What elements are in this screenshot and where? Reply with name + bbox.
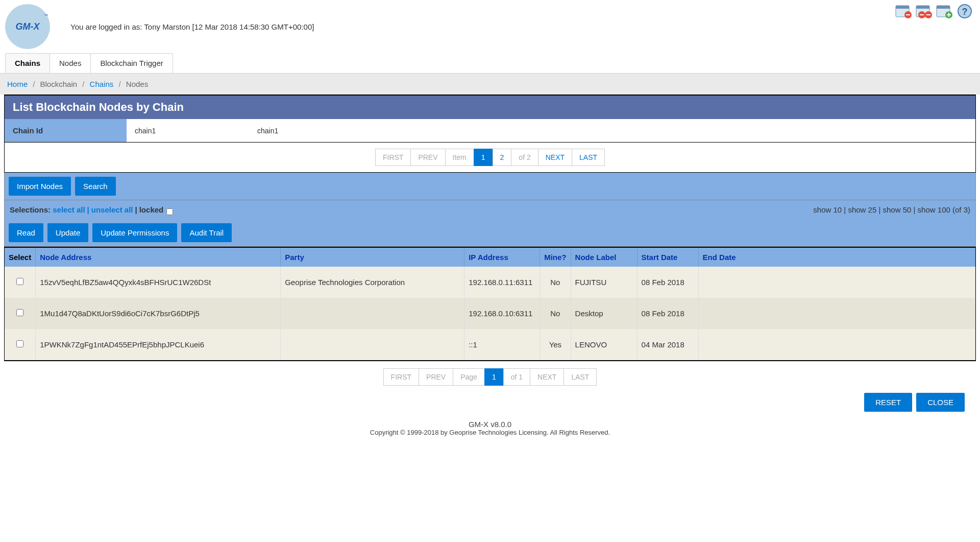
svg-rect-7 <box>920 14 924 15</box>
search-button[interactable]: Search <box>75 177 116 196</box>
svg-rect-1 <box>896 6 909 9</box>
page-title: List Blockchain Nodes by Chain <box>4 95 976 119</box>
breadcrumb-blockchain: Blockchain <box>40 80 78 88</box>
selection-bar: Selections: select all | unselect all | … <box>4 200 976 219</box>
th-mine[interactable]: Mine? <box>544 253 566 262</box>
page-next-button[interactable]: NEXT <box>530 368 564 386</box>
page-number-1[interactable]: 1 <box>484 368 504 386</box>
audit-trail-button[interactable]: Audit Trail <box>181 223 232 242</box>
logo-tm: ™ <box>44 13 48 18</box>
breadcrumb-chains[interactable]: Chains <box>90 80 114 88</box>
close-session-icon[interactable] <box>894 3 913 19</box>
table-row: 15zvV5eqhLfBZ5aw4QQyxk4sBFHSrUC1W26DSt G… <box>5 267 975 298</box>
chain-id-value-1: chain1 <box>127 120 249 142</box>
cell-label: LENOVO <box>571 329 637 360</box>
close-button[interactable]: CLOSE <box>916 393 965 412</box>
chain-id-value-2: chain1 <box>249 120 372 142</box>
update-permissions-button[interactable]: Update Permissions <box>92 223 177 242</box>
action-bar-crud: Read Update Update Permissions Audit Tra… <box>4 219 976 247</box>
read-button[interactable]: Read <box>9 223 43 242</box>
locked-checkbox[interactable] <box>166 208 173 215</box>
cell-party: Geoprise Technologies Corporation <box>281 267 464 298</box>
th-start[interactable]: Start Date <box>642 253 678 262</box>
breadcrumb: Home / Blockchain / Chains / Nodes <box>0 74 980 95</box>
cell-party <box>281 329 464 360</box>
tab-blockchain-trigger[interactable]: Blockchain Trigger <box>90 53 173 73</box>
cell-mine: Yes <box>540 329 571 360</box>
tab-nodes[interactable]: Nodes <box>50 53 91 73</box>
cell-label: FUJITSU <box>571 267 637 298</box>
item-label: Item <box>445 149 474 166</box>
breadcrumb-home[interactable]: Home <box>7 80 28 88</box>
th-label[interactable]: Node Label <box>575 253 617 262</box>
new-session-icon[interactable] <box>935 3 953 19</box>
bottom-buttons: RESET CLOSE <box>4 393 976 418</box>
cell-start: 08 Feb 2018 <box>637 298 698 329</box>
svg-rect-14 <box>948 13 949 17</box>
svg-rect-9 <box>926 14 930 15</box>
tabs: Chains Nodes Blockchain Trigger <box>0 53 980 74</box>
update-button[interactable]: Update <box>47 223 88 242</box>
th-end[interactable]: End Date <box>703 253 736 262</box>
th-select: Select <box>5 248 36 267</box>
row-select-checkbox[interactable] <box>16 340 23 347</box>
th-party[interactable]: Party <box>285 253 304 262</box>
nodes-table: Select Node Address Party IP Address Min… <box>5 248 975 360</box>
item-first-button[interactable]: FIRST <box>375 149 411 166</box>
item-prev-button[interactable]: PREV <box>410 149 445 166</box>
page-first-button[interactable]: FIRST <box>383 368 419 386</box>
unselect-all-link[interactable]: unselect all <box>91 205 133 214</box>
logo[interactable]: GM-X ™ <box>5 4 50 49</box>
th-node-address[interactable]: Node Address <box>40 253 91 262</box>
item-next-button[interactable]: NEXT <box>538 149 572 166</box>
page-of: of 1 <box>503 368 530 386</box>
table-row: 1PWKNk7ZgFg1ntAD455EPrfEj5bhpJPCLKuei6 :… <box>5 329 975 360</box>
header: GM-X ™ You are logged in as: Tony Marsto… <box>0 0 980 53</box>
footer: GM-X v8.0.0 Copyright © 1999-2018 by Geo… <box>4 418 976 446</box>
cell-ip: ::1 <box>464 329 540 360</box>
page-prev-button[interactable]: PREV <box>419 368 453 386</box>
cell-node: 1PWKNk7ZgFg1ntAD455EPrfEj5bhpJPCLKuei6 <box>36 329 281 360</box>
cell-mine: No <box>540 298 571 329</box>
svg-rect-5 <box>916 6 929 9</box>
help-icon[interactable]: ? <box>955 3 974 19</box>
item-page-2[interactable]: 2 <box>493 149 512 166</box>
selections-label: Selections: <box>10 205 51 214</box>
tab-chains[interactable]: Chains <box>5 53 50 73</box>
item-page-1[interactable]: 1 <box>474 149 493 166</box>
row-select-checkbox[interactable] <box>16 309 23 316</box>
cell-node: 1Mu1d47Q8aDKtUorS9di6oCi7cK7bsrG6DtPj5 <box>36 298 281 329</box>
cell-start: 04 Mar 2018 <box>637 329 698 360</box>
cell-end <box>698 298 975 329</box>
cell-start: 08 Feb 2018 <box>637 267 698 298</box>
select-all-link[interactable]: select all <box>53 205 85 214</box>
table-row: 1Mu1d47Q8aDKtUorS9di6oCi7cK7bsrG6DtPj5 1… <box>5 298 975 329</box>
reset-button[interactable]: RESET <box>864 393 912 412</box>
cell-label: Desktop <box>571 298 637 329</box>
cell-party <box>281 298 464 329</box>
action-bar-top: Import Nodes Search <box>4 173 976 200</box>
chain-id-label: Chain Id <box>5 119 127 142</box>
item-pager: FIRST PREV Item 1 2 of 2 NEXT LAST <box>4 143 976 173</box>
footer-version: GM-X v8.0.0 <box>4 420 976 429</box>
svg-rect-11 <box>937 6 950 9</box>
breadcrumb-nodes: Nodes <box>126 80 148 88</box>
page-size[interactable]: show 10 | show 25 | show 50 | show 100 (… <box>813 205 970 214</box>
th-ip[interactable]: IP Address <box>469 253 508 262</box>
item-last-button[interactable]: LAST <box>572 149 605 166</box>
import-nodes-button[interactable]: Import Nodes <box>9 177 71 196</box>
chain-bar: Chain Id chain1 chain1 <box>4 119 976 143</box>
page-last-button[interactable]: LAST <box>564 368 597 386</box>
top-icons: ? <box>894 3 974 19</box>
cell-ip: 192.168.0.11:6311 <box>464 267 540 298</box>
login-info: You are logged in as: Tony Marston [12 M… <box>70 22 314 31</box>
page-pager: FIRST PREV Page 1 of 1 NEXT LAST <box>4 361 976 393</box>
cell-end <box>698 267 975 298</box>
cell-mine: No <box>540 267 571 298</box>
svg-text:?: ? <box>962 7 968 17</box>
row-select-checkbox[interactable] <box>16 278 23 285</box>
cell-node: 15zvV5eqhLfBZ5aw4QQyxk4sBFHSrUC1W26DSt <box>36 267 281 298</box>
item-of: of 2 <box>511 149 538 166</box>
locked-label: locked <box>139 205 164 214</box>
logout-icon[interactable] <box>915 3 933 19</box>
